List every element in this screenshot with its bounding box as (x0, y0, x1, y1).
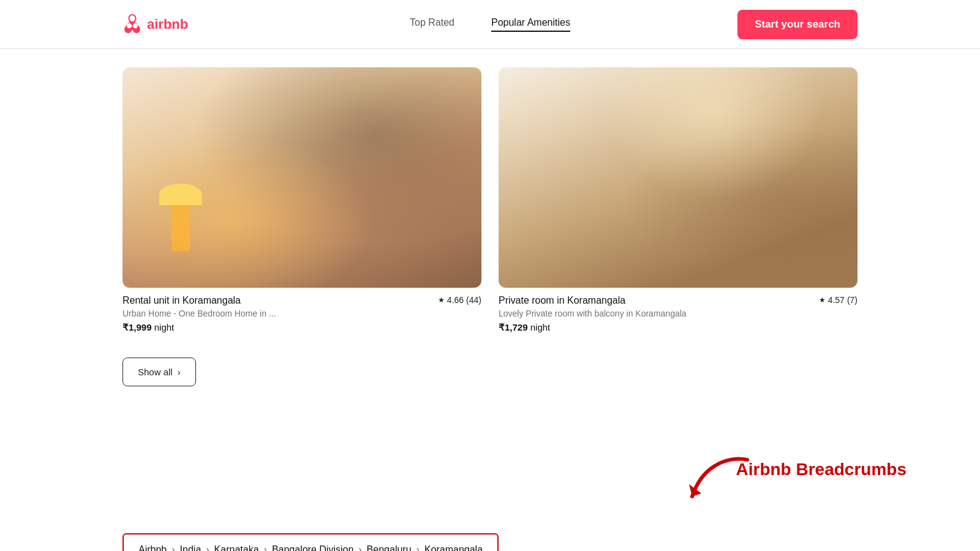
star-icon-1: ★ (438, 296, 445, 304)
breadcrumb-section: Airbnb › India › Karnataka › Bangalore D… (0, 533, 980, 551)
listing-image-1 (123, 67, 481, 288)
rating-value-1: 4.66 (447, 295, 464, 305)
header: airbnb Top Rated Popular Amenities Start… (0, 0, 980, 49)
listing-card-1[interactable]: Rental unit in Koramangala ★ 4.66 (44) U… (123, 67, 481, 333)
breadcrumb: Airbnb › India › Karnataka › Bangalore D… (123, 533, 499, 551)
listing-rating-2: ★ 4.57 (7) (819, 295, 858, 305)
start-search-button[interactable]: Start your search (737, 10, 858, 39)
nav-tabs: Top Rated Popular Amenities (410, 17, 570, 32)
price-unit-1: night (154, 322, 175, 332)
annotation-label: Airbnb Breadcrumbs (736, 460, 907, 479)
review-count-2: (7) (847, 295, 858, 305)
listing-rating-1: ★ 4.66 (44) (438, 295, 481, 305)
breadcrumb-sep-3: › (264, 544, 267, 551)
card-info-1: Rental unit in Koramangala ★ 4.66 (44) (123, 295, 481, 306)
price-value-1: ₹1,999 (123, 322, 152, 332)
breadcrumb-india[interactable]: India (180, 544, 202, 551)
tab-popular-amenities[interactable]: Popular Amenities (491, 17, 570, 32)
listing-title-1: Rental unit in Koramangala (123, 295, 241, 306)
breadcrumb-bengaluru[interactable]: Bengaluru (367, 544, 412, 551)
listing-title-2: Private room in Koramangala (499, 295, 625, 306)
airbnb-logo-icon (123, 13, 142, 36)
breadcrumb-sep-2: › (206, 544, 209, 551)
breadcrumb-sep-1: › (172, 544, 175, 551)
listings-grid: Rental unit in Koramangala ★ 4.66 (44) U… (123, 67, 858, 333)
show-all-label: Show all (138, 367, 173, 377)
logo[interactable]: airbnb (123, 13, 188, 36)
listing-image-2 (499, 67, 858, 288)
main-content: Rental unit in Koramangala ★ 4.66 (44) U… (123, 49, 858, 448)
listing-card-2[interactable]: Private room in Koramangala ★ 4.57 (7) L… (499, 67, 858, 333)
price-value-2: ₹1,729 (499, 322, 528, 332)
rating-value-2: 4.57 (828, 295, 845, 305)
listing-subtitle-1: Urban Home - One Bedroom Home in ... (123, 309, 481, 318)
show-all-button[interactable]: Show all › (123, 358, 196, 386)
breadcrumb-bangalore-division[interactable]: Bangalore Division (272, 544, 353, 551)
breadcrumb-sep-4: › (358, 544, 361, 551)
annotation-section: Airbnb Breadcrumbs (0, 448, 980, 521)
logo-text: airbnb (147, 17, 188, 32)
listing-price-1: ₹1,999 night (123, 322, 481, 333)
breadcrumb-sep-5: › (417, 544, 420, 551)
price-unit-2: night (530, 322, 551, 332)
review-count-1: (44) (466, 295, 481, 305)
tab-top-rated[interactable]: Top Rated (410, 17, 454, 32)
listing-price-2: ₹1,729 night (499, 322, 858, 333)
lamp-decoration (172, 202, 190, 251)
breadcrumb-current: Koramangala (424, 544, 483, 551)
card-info-2: Private room in Koramangala ★ 4.57 (7) (499, 295, 858, 306)
chevron-right-icon: › (178, 367, 181, 377)
listing-subtitle-2: Lovely Private room with balcony in Kora… (499, 309, 858, 318)
star-icon-2: ★ (819, 296, 826, 304)
breadcrumb-karnataka[interactable]: Karnataka (214, 544, 259, 551)
breadcrumb-airbnb[interactable]: Airbnb (138, 544, 167, 551)
